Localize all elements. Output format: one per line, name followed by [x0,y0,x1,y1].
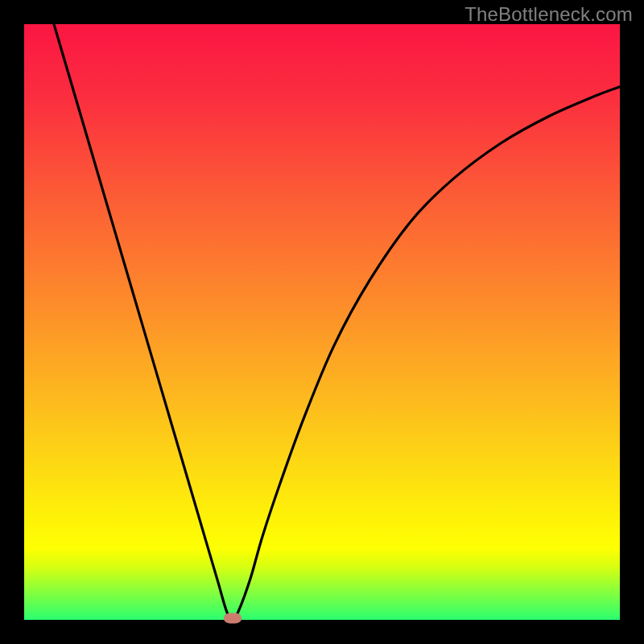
minimum-marker-icon [224,613,242,624]
plot-area [24,24,620,620]
watermark-text: TheBottleneck.com [464,3,633,26]
bottleneck-curve [24,24,620,620]
chart-frame: TheBottleneck.com [0,0,644,644]
